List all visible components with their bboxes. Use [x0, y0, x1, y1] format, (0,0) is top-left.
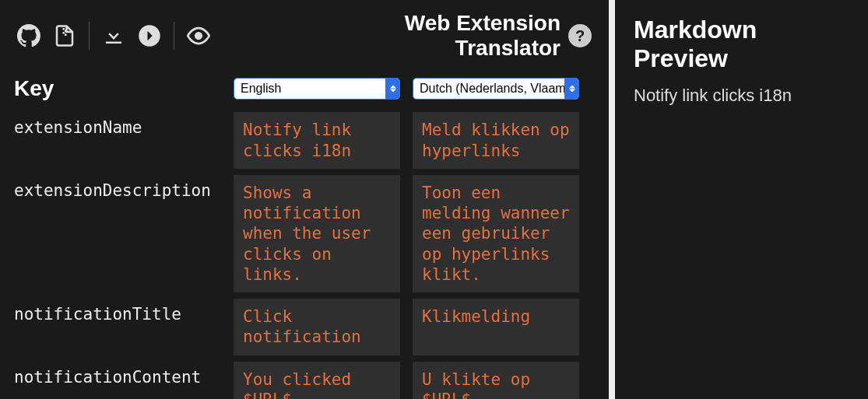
target-cell[interactable]: Klikmelding	[413, 299, 579, 355]
github-icon[interactable]	[17, 24, 40, 47]
source-language-select[interactable]	[234, 78, 400, 100]
app-title: Web Extension Translator	[405, 11, 561, 61]
source-cell[interactable]: You clicked $URL$.	[234, 362, 400, 399]
svg-rect-3	[65, 34, 67, 37]
target-cell[interactable]: U klikte op $URL$	[413, 362, 579, 399]
key-cell: notificationTitle	[14, 299, 227, 355]
download-icon[interactable]	[102, 24, 125, 47]
app-title-line1: Web Extension	[405, 11, 561, 36]
source-cell[interactable]: Notify link clicks i18n	[234, 112, 400, 169]
toolbar-separator	[89, 22, 90, 50]
eye-icon[interactable]	[187, 24, 210, 47]
svg-point-5	[195, 33, 202, 39]
apply-arrow-icon[interactable]	[138, 24, 161, 47]
column-headers: Key	[0, 68, 609, 109]
source-cell[interactable]: Shows a notification when the user click…	[234, 175, 400, 292]
table-row: notificationTitle Click notification Kli…	[0, 296, 609, 359]
toolbar: Web Extension Translator ?	[0, 0, 609, 68]
source-cell[interactable]: Click notification	[234, 299, 400, 355]
key-cell: extensionName	[14, 112, 227, 169]
table-row: extensionDescription Shows a notificatio…	[0, 172, 609, 296]
help-icon[interactable]: ?	[568, 24, 592, 47]
target-language-select[interactable]	[413, 78, 579, 100]
preview-panel: Markdown Preview Notify link clicks i18n	[609, 0, 868, 399]
key-cell: extensionDescription	[14, 175, 227, 292]
key-cell: notificationContent	[14, 362, 227, 399]
app-title-line2: Translator	[405, 36, 561, 61]
preview-content: Notify link clicks i18n	[634, 86, 849, 106]
target-cell[interactable]: Toon een melding wanneer een gebruiker o…	[413, 175, 579, 292]
table-row: extensionName Notify link clicks i18n Me…	[0, 109, 609, 172]
table-row: notificationContent You clicked $URL$. U…	[0, 359, 609, 399]
svg-rect-2	[63, 32, 65, 34]
translation-rows: extensionName Notify link clicks i18n Me…	[0, 109, 609, 399]
toolbar-separator	[174, 22, 174, 50]
svg-rect-1	[65, 30, 67, 33]
preview-title: Markdown Preview	[634, 16, 849, 73]
key-column-header: Key	[14, 76, 227, 101]
target-cell[interactable]: Meld klikken op hyperlinks	[413, 112, 579, 169]
svg-rect-0	[63, 28, 65, 30]
zip-file-icon[interactable]	[53, 24, 76, 47]
